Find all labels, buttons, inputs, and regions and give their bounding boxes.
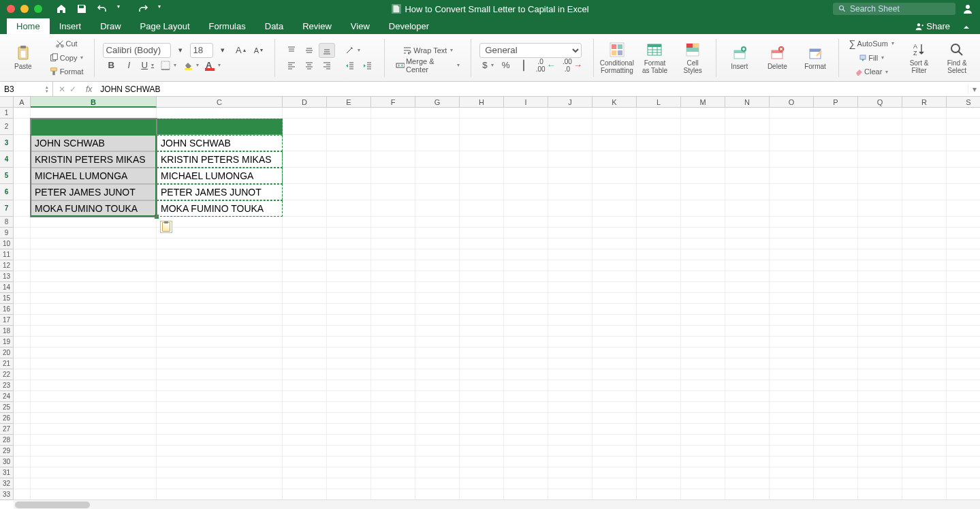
column-header-H[interactable]: H (460, 97, 504, 108)
user-icon[interactable] (962, 3, 973, 14)
column-header-A[interactable]: A (14, 97, 31, 108)
delete-cells-button[interactable]: Delete (760, 37, 795, 79)
underline-button[interactable]: U (138, 58, 157, 73)
currency-button[interactable]: $ (479, 58, 496, 73)
tab-home[interactable]: Home (7, 18, 50, 34)
row-header-1[interactable]: 1 (0, 108, 14, 119)
autosum-button[interactable]: ∑AutoSum (847, 37, 896, 51)
row-header-18[interactable]: 18 (0, 326, 14, 337)
fill-color-button[interactable] (180, 58, 202, 73)
font-size-dropdown[interactable]: ▾ (215, 43, 231, 58)
tab-developer[interactable]: Developer (379, 18, 439, 34)
conditional-formatting-button[interactable]: Conditional Formatting (599, 37, 635, 79)
column-header-B[interactable]: B (31, 97, 157, 108)
row-header-13[interactable]: 13 (0, 271, 14, 282)
undo-icon[interactable] (97, 3, 108, 14)
bold-button[interactable]: B (103, 58, 119, 73)
row-header-11[interactable]: 11 (0, 249, 14, 260)
save-icon[interactable] (76, 3, 87, 14)
select-all-corner[interactable] (0, 97, 14, 108)
column-header-E[interactable]: E (327, 97, 371, 108)
column-header-O[interactable]: O (770, 97, 814, 108)
percent-button[interactable]: % (498, 58, 514, 73)
find-select-button[interactable]: Find & Select (939, 37, 975, 79)
row-header-8[interactable]: 8 (0, 217, 14, 228)
share-button[interactable]: Share (910, 18, 954, 34)
cell-B4[interactable]: KRISTIN PETERS MIKAS (31, 151, 157, 168)
cell-C4[interactable]: KRISTIN PETERS MIKAS (157, 151, 283, 168)
cell-B2[interactable] (31, 119, 157, 135)
collapse-ribbon-icon[interactable] (960, 20, 973, 34)
italic-button[interactable]: I (121, 58, 137, 73)
comma-button[interactable]: ｜ (516, 58, 532, 73)
formula-input[interactable]: JOHN SCHWAB (96, 84, 968, 94)
enter-formula-icon[interactable]: ✓ (69, 84, 76, 94)
border-button[interactable] (158, 58, 179, 73)
cell-C7[interactable]: MOKA FUMINO TOUKA (157, 200, 283, 217)
column-header-K[interactable]: K (592, 97, 637, 108)
fill-button[interactable]: Fill (847, 50, 896, 65)
align-bottom-button[interactable] (319, 43, 335, 58)
row-header-27[interactable]: 27 (0, 424, 14, 435)
wrap-text-button[interactable]: Wrap Text (393, 43, 462, 58)
row-header-5[interactable]: 5 (0, 168, 14, 184)
font-name-input[interactable] (103, 43, 171, 58)
tab-formulas[interactable]: Formulas (200, 18, 255, 34)
search-sheet-input[interactable]: Search Sheet (833, 3, 955, 15)
row-header-29[interactable]: 29 (0, 446, 14, 457)
cells-area[interactable]: JOHN SCHWABKRISTIN PETERS MIKASMICHAEL L… (14, 108, 980, 500)
row-header-4[interactable]: 4 (0, 151, 14, 168)
row-header-23[interactable]: 23 (0, 380, 14, 391)
align-left-button[interactable] (283, 58, 300, 73)
row-header-17[interactable]: 17 (0, 315, 14, 326)
align-center-button[interactable] (301, 58, 317, 73)
paste-options-button[interactable] (160, 221, 172, 233)
sort-filter-button[interactable]: AZSort & Filter (902, 37, 937, 79)
row-header-9[interactable]: 9 (0, 228, 14, 238)
row-header-30[interactable]: 30 (0, 457, 14, 467)
qat-customize-icon[interactable]: ▾ (158, 3, 169, 14)
row-header-21[interactable]: 21 (0, 358, 14, 369)
row-header-3[interactable]: 3 (0, 135, 14, 151)
row-header-25[interactable]: 25 (0, 402, 14, 413)
cell-B7[interactable]: MOKA FUMINO TOUKA (31, 200, 157, 217)
column-header-M[interactable]: M (681, 97, 725, 108)
column-header-R[interactable]: R (902, 97, 947, 108)
format-as-table-button[interactable]: Format as Table (637, 37, 673, 79)
row-header-6[interactable]: 6 (0, 184, 14, 200)
row-header-14[interactable]: 14 (0, 282, 14, 293)
column-header-F[interactable]: F (371, 97, 415, 108)
cancel-formula-icon[interactable]: ✕ (59, 84, 65, 94)
row-header-19[interactable]: 19 (0, 337, 14, 348)
column-header-D[interactable]: D (283, 97, 327, 108)
font-size-input[interactable] (190, 43, 213, 58)
close-window[interactable] (7, 5, 15, 13)
fx-icon[interactable]: fx (82, 84, 96, 94)
paste-button[interactable]: Paste (5, 37, 41, 79)
maximize-window[interactable] (34, 5, 42, 13)
number-format-select[interactable]: General (479, 43, 582, 58)
row-header-31[interactable]: 31 (0, 467, 14, 478)
row-header-15[interactable]: 15 (0, 293, 14, 304)
font-name-dropdown[interactable]: ▾ (172, 43, 189, 58)
increase-font-button[interactable]: A▴ (232, 43, 249, 58)
cell-styles-button[interactable]: Cell Styles (675, 37, 710, 79)
format-painter-button[interactable]: Format (46, 65, 86, 79)
tab-page-layout[interactable]: Page Layout (131, 18, 200, 34)
decrease-font-button[interactable]: A▾ (250, 43, 266, 58)
expand-formula-bar[interactable]: ▾ (968, 84, 980, 94)
spreadsheet-grid[interactable]: ABCDEFGHIJKLMNOPQRS 12345678910111213141… (0, 97, 980, 509)
column-header-L[interactable]: L (637, 97, 681, 108)
horizontal-scrollbar[interactable] (14, 499, 980, 509)
tab-draw[interactable]: Draw (91, 18, 130, 34)
name-box[interactable]: B3 ▴▾ (0, 82, 53, 96)
column-header-P[interactable]: P (814, 97, 858, 108)
column-header-G[interactable]: G (415, 97, 460, 108)
cell-C5[interactable]: MICHAEL LUMONGA (157, 168, 283, 184)
font-color-button[interactable]: A (203, 58, 223, 73)
clear-button[interactable]: Clear (847, 65, 896, 79)
home-icon[interactable] (56, 3, 67, 14)
column-header-Q[interactable]: Q (858, 97, 902, 108)
increase-decimal-button[interactable]: .0.00← (533, 58, 558, 73)
column-header-C[interactable]: C (157, 97, 283, 108)
